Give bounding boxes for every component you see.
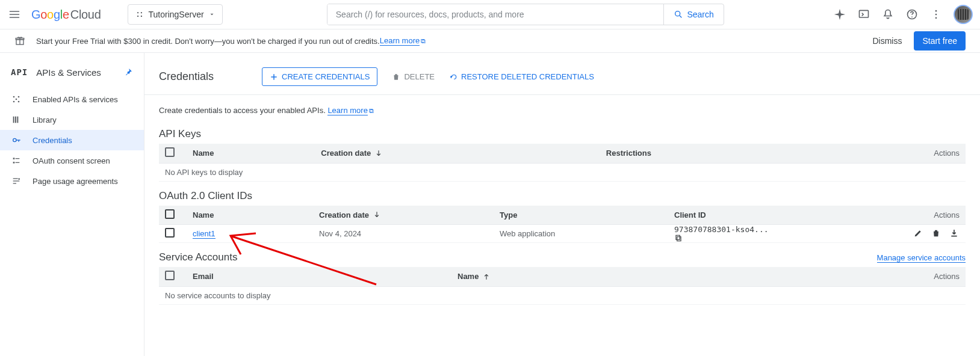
svg-point-8 [911,16,913,17]
sidebar-item-page-usage[interactable]: Page usage agreements [0,171,144,191]
svg-point-1 [140,12,141,13]
delete-icon[interactable] [931,228,941,239]
delete-button[interactable]: DELETE [392,72,435,81]
search-bar: Search [327,4,724,25]
api-logo-icon: API [11,67,28,77]
helper-text-body: Create credentials to access your enable… [159,106,327,115]
create-credentials-label: CREATE CREDENTIALS [282,72,370,81]
oauth-table: Name Creation date Type Client ID Action… [159,206,966,244]
svg-point-3 [140,16,141,17]
edit-icon[interactable] [913,228,923,239]
hamburger-icon[interactable] [7,7,22,22]
page-header: Credentials CREATE CREDENTIALS DELETE RE… [144,59,980,95]
oauth-client-id: 973870788301-kso4... [674,225,769,234]
account-avatar[interactable] [954,5,973,24]
project-picker[interactable]: TutoringServer [128,4,223,25]
col-restrictions[interactable]: Restrictions [600,144,820,163]
create-credentials-button[interactable]: CREATE CREDENTIALS [262,67,377,86]
table-header-row: Email Name Actions [159,267,966,286]
copy-icon[interactable] [674,234,881,242]
manage-service-accounts[interactable]: Manage service accounts [877,253,966,263]
svg-rect-6 [860,10,869,17]
oauth-client-link[interactable]: client1 [193,229,216,239]
col-creation[interactable]: Creation date [313,206,494,225]
checkbox-all[interactable] [165,271,175,280]
col-email[interactable]: Email [187,267,451,286]
checkbox-row[interactable] [165,228,175,238]
helper-learn-more[interactable]: Learn more [327,106,367,115]
svg-rect-36 [677,237,681,241]
gemini-icon[interactable] [833,8,846,21]
svg-point-19 [16,99,17,100]
col-creation[interactable]: Creation date [315,144,600,163]
col-name[interactable]: Name [187,206,313,225]
svg-rect-26 [13,158,15,159]
svg-rect-28 [13,162,15,164]
arrow-down-icon [373,210,381,219]
sidebar-item-oauth-consent[interactable]: OAuth consent screen [0,150,144,171]
search-button[interactable]: Search [663,4,723,25]
api-keys-empty: No API keys to display [159,163,966,181]
checkbox-all[interactable] [165,209,175,219]
banner-dismiss[interactable]: Dismiss [872,36,902,46]
more-icon[interactable] [929,8,943,21]
banner-text: Start your Free Trial with $300 in credi… [36,37,380,46]
download-icon[interactable] [949,228,960,239]
svg-point-23 [13,138,16,141]
external-icon: ⧉ [421,37,426,45]
notifications-icon[interactable] [881,8,895,21]
oauth-creation: Nov 4, 2024 [313,225,494,243]
project-name: TutoringServer [149,10,204,19]
agreements-icon [11,176,22,186]
svg-line-5 [680,16,681,17]
col-name[interactable]: Name [187,144,315,163]
table-header-row: Name Creation date Type Client ID Action… [159,206,966,225]
oauth-type: Web application [494,225,668,243]
arrow-up-icon [482,272,491,281]
svg-point-9 [935,10,937,12]
svg-point-17 [13,101,15,103]
search-input[interactable] [327,4,664,25]
svg-rect-37 [676,235,680,239]
sidebar: API APIs & Services Enabled APIs & servi… [0,53,144,356]
sidebar-header: API APIs & Services [0,58,144,87]
chevron-down-icon [209,11,215,17]
sidebar-label: Library [33,115,57,124]
checkbox-all[interactable] [165,147,175,157]
cloud-shell-icon[interactable] [857,8,870,21]
top-right-icons [833,5,973,24]
svg-point-11 [935,17,937,19]
svg-rect-20 [13,117,14,123]
api-keys-heading: API Keys [159,128,966,140]
sidebar-item-library[interactable]: Library [0,109,144,130]
sidebar-label: Enabled APIs & services [33,95,118,104]
trial-banner: Start your Free Trial with $300 in credi… [0,29,980,53]
svg-point-18 [18,101,20,103]
logo-cloud-text: Cloud [70,8,101,22]
sidebar-item-enabled-apis[interactable]: Enabled APIs & services [0,89,144,109]
svg-rect-22 [17,117,18,123]
external-icon: ⧉ [369,107,374,114]
gift-icon [14,35,25,46]
plus-icon [270,73,278,81]
table-header-row: Name Creation date Restrictions Actions [159,144,966,163]
oauth-row[interactable]: client1 Nov 4, 2024 Web application 9738… [159,225,966,243]
google-cloud-logo[interactable]: Google Cloud [31,8,101,22]
content: Credentials CREATE CREDENTIALS DELETE RE… [144,53,980,356]
service-accounts-table: Email Name Actions No service accounts t… [159,267,966,305]
sidebar-item-credentials[interactable]: Credentials [0,130,144,150]
banner-learn-more[interactable]: Learn more [380,36,420,46]
col-name[interactable]: Name [451,267,887,286]
pin-icon[interactable] [123,67,133,77]
restore-button[interactable]: RESTORE DELETED CREDENTIALS [449,72,594,81]
library-icon [11,114,22,125]
col-type[interactable]: Type [494,206,668,225]
help-icon[interactable] [905,8,919,21]
svg-point-2 [137,16,138,17]
table-empty-row: No API keys to display [159,163,966,181]
col-client-id[interactable]: Client ID [668,206,887,225]
start-free-button[interactable]: Start free [914,31,966,51]
trash-icon [392,73,400,81]
project-icon [135,10,144,19]
svg-rect-21 [15,117,16,123]
